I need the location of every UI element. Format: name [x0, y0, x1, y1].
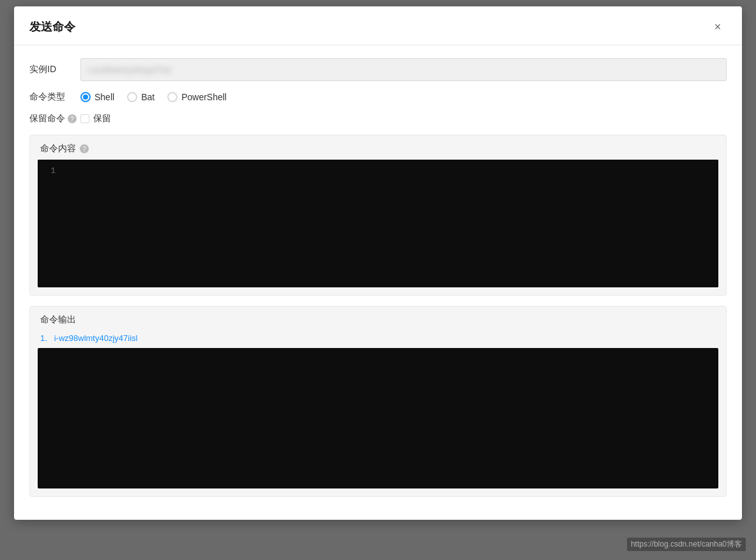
command-type-row: 命令类型 Shell Bat PowerShell	[29, 91, 727, 103]
command-output-section: 命令输出 1. i-wz98wlmty40zjy47iisl	[29, 306, 727, 497]
radio-bat[interactable]: Bat	[127, 92, 155, 102]
command-content-title: 命令内容	[40, 143, 76, 155]
modal-body: 实例ID i-wz98wlmty40zjy47iisl 命令类型 Shell	[14, 45, 742, 520]
send-command-modal: 发送命令 × 实例ID i-wz98wlmty40zjy47iisl 命令类型	[14, 6, 742, 520]
radio-powershell-indicator	[167, 92, 178, 102]
modal-overlay: 发送命令 × 实例ID i-wz98wlmty40zjy47iisl 命令类型	[0, 0, 756, 560]
output-instance-link[interactable]: 1. i-wz98wlmty40zjy47iisl	[40, 331, 716, 348]
radio-group: Shell Bat PowerShell	[80, 92, 727, 102]
retain-checkbox[interactable]	[80, 114, 89, 123]
instance-id-value: i-wz98wlmty40zjy47iisl	[87, 65, 171, 75]
command-content-header: 命令内容 ?	[30, 135, 726, 160]
instance-id-display: i-wz98wlmty40zjy47iisl	[80, 58, 727, 81]
output-link-wrapper: 1. i-wz98wlmty40zjy47iisl	[30, 331, 726, 348]
modal-header: 发送命令 ×	[14, 6, 742, 45]
instance-id-row: 实例ID i-wz98wlmty40zjy47iisl	[29, 58, 727, 81]
output-link-number: 1.	[40, 333, 47, 343]
retain-label-wrapper: 保留命令 ?	[29, 113, 80, 125]
retain-command-row: 保留命令 ? 保留	[29, 113, 727, 125]
instance-id-field-wrapper: i-wz98wlmty40zjy47iisl	[80, 58, 727, 81]
help-icon[interactable]: ?	[68, 114, 77, 123]
line-numbers: 1	[38, 160, 61, 287]
retain-checkbox-wrapper: 保留	[80, 113, 727, 125]
output-terminal	[38, 348, 718, 488]
command-type-label: 命令类型	[29, 91, 80, 103]
radio-shell-label: Shell	[94, 92, 114, 102]
radio-shell-indicator	[80, 92, 91, 102]
retain-checkbox-label: 保留	[93, 113, 111, 125]
command-content-section: 命令内容 ? 1	[29, 135, 727, 296]
instance-id-label: 实例ID	[29, 64, 80, 75]
retain-checkbox-item[interactable]: 保留	[80, 113, 727, 125]
command-output-header: 命令输出	[30, 306, 726, 331]
modal-title: 发送命令	[29, 19, 75, 34]
code-textarea[interactable]	[61, 160, 718, 287]
close-button[interactable]: ×	[709, 18, 727, 36]
command-output-title: 命令输出	[40, 314, 76, 326]
output-link-text: i-wz98wlmty40zjy47iisl	[54, 333, 138, 343]
line-number-1: 1	[43, 166, 56, 176]
radio-powershell-label: PowerShell	[181, 92, 227, 102]
radio-bat-label: Bat	[141, 92, 155, 102]
command-type-options: Shell Bat PowerShell	[80, 92, 727, 102]
code-editor-inner: 1	[38, 160, 718, 287]
radio-powershell[interactable]: PowerShell	[167, 92, 227, 102]
command-content-help-icon[interactable]: ?	[80, 144, 89, 153]
code-editor[interactable]: 1	[38, 160, 718, 287]
radio-bat-indicator	[127, 92, 137, 102]
radio-shell[interactable]: Shell	[80, 92, 114, 102]
retain-command-label: 保留命令	[29, 113, 65, 125]
